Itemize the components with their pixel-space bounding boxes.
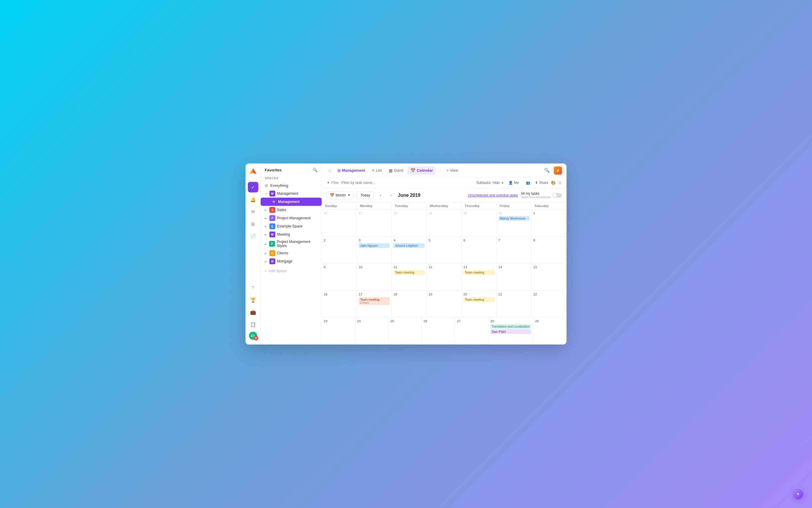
calendar-day-w1-d1[interactable]: 3Jake Nguyen — [357, 237, 392, 264]
calendar-day-w0-d5[interactable]: 31Mandy Westmoore — [497, 210, 532, 237]
event-w1-d2-e0[interactable]: Jessica Leighton — [394, 243, 425, 248]
calendar-day-w3-d0[interactable]: 16 — [322, 291, 357, 318]
event-w3-d4-e0[interactable]: Team meeting — [463, 297, 495, 302]
lightning-button[interactable]: ⚡ — [554, 166, 562, 175]
theme-button[interactable]: 🎨 — [551, 180, 556, 185]
group-button[interactable]: 👥 — [524, 180, 533, 186]
sidebar-icon-dashboard[interactable]: ⊞ — [248, 219, 258, 229]
space-item-project-mgmt[interactable]: ▶ P Project Management — [261, 214, 322, 222]
calendar-day-w0-d2[interactable]: 28 — [392, 210, 427, 237]
space-item-pm-styles[interactable]: ▶ P Project Management Styles — [261, 239, 322, 249]
all-my-tasks-label: All my tasks — [521, 192, 551, 196]
calendar-day-w2-d3[interactable]: 12 — [427, 264, 462, 291]
sidebar-icon-home[interactable]: ✓ — [248, 182, 258, 193]
calendar-day-w4-d0[interactable]: 23 — [322, 318, 355, 344]
everything-item[interactable]: ⊞ Everything — [261, 181, 322, 189]
subtasks-button[interactable]: Subtasks: Hide ▼ — [476, 181, 504, 185]
event-w2-d4-e0[interactable]: Team meeting — [463, 270, 495, 275]
tab-list[interactable]: ≡ List — [369, 166, 385, 175]
calendar-tab-icon: 📅 — [410, 168, 415, 173]
calendar-day-w1-d4[interactable]: 6 — [462, 237, 497, 264]
calendar-day-w1-d2[interactable]: 4Jessica Leighton — [392, 237, 427, 264]
day-num-w4-d1: 24 — [357, 320, 387, 323]
event-w3-d1-e0[interactable]: Team meeting8:00am — [359, 297, 390, 305]
me-button[interactable]: 👤 Me — [506, 180, 521, 186]
add-space-button[interactable]: + Add Space — [261, 266, 322, 275]
calendar-day-w0-d0[interactable]: 26 — [322, 210, 357, 237]
calendar-day-w4-d4[interactable]: 27 — [455, 318, 488, 344]
calendar-day-w4-d6[interactable]: 29 — [533, 318, 567, 344]
event-w4-d5-e0[interactable]: Translation and Localization — [490, 324, 531, 329]
add-view-button[interactable]: + View — [444, 166, 461, 174]
month-dropdown[interactable]: 📅 Month ▼ — [327, 191, 354, 199]
month-dropdown-icon: 📅 — [330, 193, 334, 197]
sidebar-icon-notifications[interactable]: 🔔 — [248, 194, 258, 205]
calendar-day-w3-d4[interactable]: 20Team meeting — [462, 291, 497, 318]
unscheduled-link[interactable]: Unscheduled and overdue tasks — [468, 193, 518, 197]
nav-search-icon[interactable]: 🔍 — [313, 168, 318, 172]
next-month-button[interactable]: › — [387, 192, 395, 199]
calendar-day-w0-d1[interactable]: 27 — [357, 210, 392, 237]
all-my-tasks-toggle[interactable]: All my tasks Tasks from everywhere — [521, 192, 562, 199]
filter-input[interactable] — [342, 181, 474, 185]
calendar-day-w0-d6[interactable]: 1 — [532, 210, 567, 237]
calendar-day-w3-d2[interactable]: 18 — [392, 291, 427, 318]
day-header-tue: Tuesday — [392, 202, 427, 209]
day-num-w3-d2: 18 — [394, 293, 425, 296]
tab-calendar[interactable]: 📅 Calendar — [407, 166, 436, 175]
space-indicator[interactable]: ◎ Management — [334, 166, 368, 174]
calendar-day-w1-d6[interactable]: 8 — [532, 237, 567, 264]
calendar-day-w1-d0[interactable]: 2 — [322, 237, 357, 264]
filter-button[interactable]: ▼ Filter — [327, 181, 339, 185]
calendar-day-w1-d5[interactable]: 7 — [497, 237, 532, 264]
search-button[interactable]: 🔍 — [543, 166, 551, 175]
event-w1-d1-e0[interactable]: Jake Nguyen — [359, 243, 390, 248]
sidebar-icon-briefcase[interactable]: 💼 — [248, 307, 258, 318]
calendar-day-w4-d5[interactable]: 28Translation and LocalizationSam Patel — [489, 318, 533, 344]
calendar-day-w0-d4[interactable]: 30 — [462, 210, 497, 237]
sidebar-icon-help[interactable]: ? — [248, 282, 258, 293]
user-avatar-stack[interactable]: EC D — [249, 332, 257, 340]
more-tabs-button[interactable]: ··· — [437, 168, 443, 173]
calendar-day-w4-d2[interactable]: 25 — [389, 318, 422, 344]
space-item-clients[interactable]: ▶ C Clients — [261, 249, 322, 257]
calendar-day-w3-d6[interactable]: 22 — [532, 291, 567, 318]
space-item-sales[interactable]: ▶ S Sales — [261, 206, 322, 214]
event-w2-d2-e0[interactable]: Team meeting — [394, 270, 425, 275]
day-header-thu: Thursday — [462, 202, 497, 209]
collapse-sidebar-button[interactable]: ◁ — [327, 167, 332, 174]
event-w4-d5-e1[interactable]: Sam Patel — [490, 329, 531, 334]
today-button[interactable]: Today — [357, 192, 374, 199]
sidebar-icon-clipboard[interactable]: 📋 — [248, 319, 258, 330]
calendar-day-w3-d3[interactable]: 19 — [427, 291, 462, 318]
chevron-icon-pm: ▶ — [265, 217, 268, 220]
settings-button[interactable]: ⚙ — [558, 180, 562, 185]
calendar-day-w2-d1[interactable]: 10 — [357, 264, 392, 291]
space-item-meeting[interactable]: ▶ M Meeting — [261, 230, 322, 239]
fab-button[interactable]: + — [793, 489, 803, 499]
space-item-mortgage[interactable]: ▶ M Mortgage — [261, 257, 322, 265]
sidebar-icon-trophy[interactable]: 🏆 — [248, 295, 258, 305]
calendar-day-w2-d2[interactable]: 11Team meeting — [392, 264, 427, 291]
calendar-day-w2-d4[interactable]: 13Team meeting — [462, 264, 497, 291]
calendar-day-w4-d1[interactable]: 24 — [355, 318, 389, 344]
space-item-example[interactable]: ▶ E Example Space — [261, 222, 322, 230]
sidebar-icon-inbox[interactable]: ✉ — [248, 206, 258, 217]
calendar-day-w3-d5[interactable]: 21 — [497, 291, 532, 318]
event-w0-d5-e0[interactable]: Mandy Westmoore — [499, 216, 530, 221]
calendar-day-w4-d3[interactable]: 26 — [422, 318, 455, 344]
calendar-day-w0-d3[interactable]: 29 — [427, 210, 462, 237]
space-item-management[interactable]: ▼ M Management — [261, 189, 322, 198]
logo[interactable] — [249, 167, 258, 177]
sub-item-management[interactable]: M Management — [261, 198, 322, 206]
calendar-day-w2-d6[interactable]: 15 — [532, 264, 567, 291]
share-button[interactable]: ⬆ Share — [535, 181, 548, 185]
tab-gantt[interactable]: ▦ Gantt — [386, 166, 406, 175]
calendar-day-w2-d5[interactable]: 14 — [497, 264, 532, 291]
calendar-day-w1-d3[interactable]: 5 — [427, 237, 462, 264]
prev-month-button[interactable]: ‹ — [377, 192, 385, 199]
calendar-day-w2-d0[interactable]: 9 — [322, 264, 357, 291]
all-my-tasks-toggle-switch[interactable] — [552, 193, 562, 198]
calendar-day-w3-d1[interactable]: 17Team meeting8:00am — [357, 291, 392, 318]
sidebar-icon-docs[interactable]: 📄 — [248, 231, 258, 242]
